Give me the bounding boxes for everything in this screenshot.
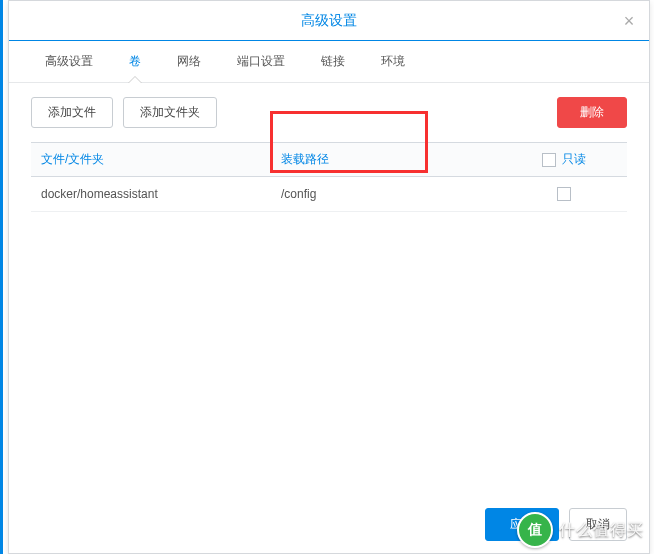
toolbar: 添加文件 添加文件夹 删除 <box>31 97 627 128</box>
watermark-text: 什么值得买 <box>559 520 644 541</box>
cell-path: /config <box>271 177 501 211</box>
header-file[interactable]: 文件/文件夹 <box>31 143 271 176</box>
content-area: 添加文件 添加文件夹 删除 文件/文件夹 装载路径 只读 docker/home… <box>9 83 649 226</box>
modal-title: 高级设置 <box>301 12 357 30</box>
readonly-checkbox[interactable] <box>557 187 571 201</box>
readonly-header-checkbox[interactable] <box>542 153 556 167</box>
table-header: 文件/文件夹 装载路径 只读 <box>31 142 627 177</box>
header-readonly[interactable]: 只读 <box>501 143 627 176</box>
watermark-badge-icon: 值 <box>517 512 553 548</box>
tab-network[interactable]: 网络 <box>159 41 219 82</box>
watermark: 值 什么值得买 <box>517 512 644 548</box>
tab-volume[interactable]: 卷 <box>111 41 159 82</box>
tab-advanced[interactable]: 高级设置 <box>27 41 111 82</box>
header-path[interactable]: 装载路径 <box>271 143 501 176</box>
tab-links[interactable]: 链接 <box>303 41 363 82</box>
tab-env[interactable]: 环境 <box>363 41 423 82</box>
modal-header: 高级设置 × <box>9 1 649 41</box>
advanced-settings-modal: 高级设置 × 高级设置 卷 网络 端口设置 链接 环境 添加文件 添加文件夹 删… <box>8 0 650 554</box>
add-folder-button[interactable]: 添加文件夹 <box>123 97 217 128</box>
tab-port[interactable]: 端口设置 <box>219 41 303 82</box>
add-file-button[interactable]: 添加文件 <box>31 97 113 128</box>
delete-button[interactable]: 删除 <box>557 97 627 128</box>
tab-bar: 高级设置 卷 网络 端口设置 链接 环境 <box>9 41 649 83</box>
volume-table: 文件/文件夹 装载路径 只读 docker/homeassistant /con… <box>31 142 627 212</box>
table-row[interactable]: docker/homeassistant /config <box>31 177 627 212</box>
cell-file: docker/homeassistant <box>31 177 271 211</box>
close-icon[interactable]: × <box>621 13 637 29</box>
cell-readonly <box>501 177 627 211</box>
